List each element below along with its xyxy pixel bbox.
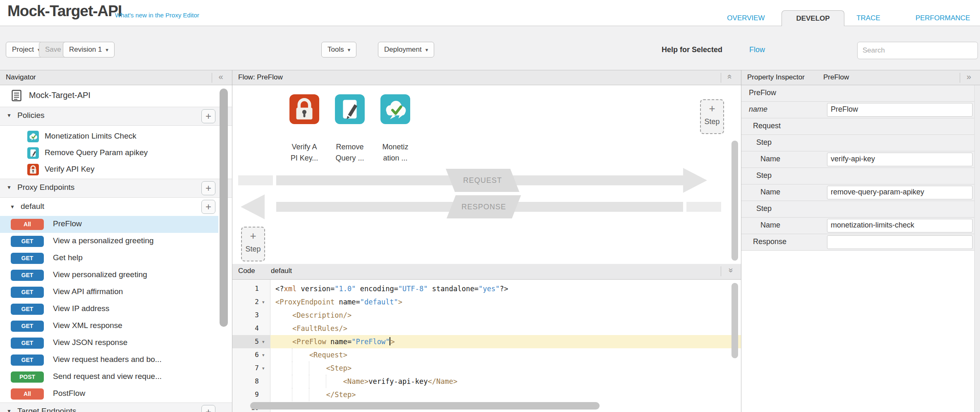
flow-row[interactable]: GETView XML response: [0, 318, 218, 335]
flow-policy-label-line: Remove: [328, 141, 371, 153]
navigator-scrollbar[interactable]: [220, 89, 228, 327]
collapse-up-icon[interactable]: «: [725, 71, 735, 83]
revision-button[interactable]: Revision 1 ▾: [63, 42, 115, 57]
navigator-panel: Navigator « Mock-Target-API ▼ Policies +…: [0, 70, 232, 412]
fold-arrow-icon[interactable]: ▾: [262, 348, 268, 362]
save-button-label: Save: [45, 46, 61, 54]
request-arrowhead-icon: [683, 168, 707, 193]
add-proxy-endpoint-button[interactable]: +: [201, 181, 215, 195]
policy-item[interactable]: Remove Query Param apikey: [0, 145, 218, 161]
code-panel-title: Code: [238, 267, 255, 275]
flow-row[interactable]: GETView personalized greeting: [0, 267, 218, 284]
flow-row[interactable]: POSTSend request and view reque...: [0, 369, 218, 386]
tab-bar: OVERVIEWDEVELOPTRACEPERFORMANCE: [0, 10, 980, 26]
line-number: 5: [232, 335, 259, 348]
inspector-row: Nameremove-query-param-apikey: [741, 184, 974, 201]
add-target-endpoint-button[interactable]: +: [201, 405, 215, 412]
endpoint-default-label: default: [21, 202, 44, 211]
inspector-scrollbar-track[interactable]: [974, 85, 980, 412]
api-proxy-root-item[interactable]: Mock-Target-API: [0, 85, 232, 107]
target-endpoints-section-header[interactable]: ▼ Target Endpoints +: [0, 402, 232, 412]
property-label: Response: [753, 237, 786, 246]
caret-down-icon: ▾: [348, 47, 351, 53]
method-badge: GET: [11, 270, 44, 281]
flow-row[interactable]: GETView IP address: [0, 301, 218, 318]
deployment-button-label: Deployment: [384, 46, 422, 54]
code-vertical-scrollbar[interactable]: [731, 283, 738, 358]
property-inspector-title: Property Inspector: [747, 73, 805, 81]
property-value[interactable]: PreFlow: [827, 103, 973, 117]
flow-panel-scrollbar[interactable]: [731, 141, 738, 261]
navigator-header: Navigator «: [0, 70, 232, 85]
pencil-icon: [27, 147, 39, 159]
property-value[interactable]: verify-api-key: [827, 153, 973, 166]
policy-item-label: Remove Query Param apikey: [45, 148, 148, 157]
flow-row[interactable]: AllPostFlow: [0, 386, 218, 402]
code-horizontal-scrollbar[interactable]: [250, 402, 600, 410]
property-label: Name: [760, 188, 780, 196]
inspector-row: Request: [741, 118, 974, 135]
flow-row-label: View IP address: [53, 304, 110, 313]
inspector-row: Step: [741, 135, 974, 151]
cloud-check-icon: [27, 131, 39, 142]
property-value[interactable]: monetization-limits-check: [827, 219, 973, 232]
collapse-left-icon[interactable]: «: [215, 72, 227, 81]
flow-row[interactable]: GETGet help: [0, 250, 218, 267]
flow-policy-label-line: PI Key...: [283, 153, 326, 164]
flow-row[interactable]: GETView JSON response: [0, 335, 218, 352]
flow-policy-pencil-icon[interactable]: [335, 94, 365, 124]
fold-arrow-icon[interactable]: ▾: [262, 362, 268, 375]
expand-right-icon[interactable]: »: [963, 72, 975, 81]
method-badge: GET: [11, 338, 44, 349]
add-flow-button[interactable]: +: [201, 200, 215, 214]
property-label: Step: [756, 138, 772, 147]
fold-arrow-icon[interactable]: ▾: [262, 335, 268, 348]
add-step-button[interactable]: + Step: [700, 99, 724, 134]
property-label: name: [749, 105, 767, 114]
tab-performance[interactable]: PERFORMANCE: [906, 10, 980, 26]
code-line: <Step>: [275, 362, 351, 375]
policies-section-header[interactable]: ▼ Policies +: [0, 107, 232, 126]
property-label: Step: [756, 171, 772, 180]
policy-item[interactable]: Verify API Key: [0, 161, 218, 178]
target-endpoints-section-label: Target Endpoints: [17, 407, 76, 412]
inspector-row: Nameverify-api-key: [741, 151, 974, 168]
flow-row[interactable]: GETView a personalized greeting: [0, 233, 218, 250]
proxy-endpoints-section-header[interactable]: ▼ Proxy Endpoints +: [0, 179, 232, 198]
add-step-button[interactable]: + Step: [241, 227, 265, 261]
tab-overview[interactable]: OVERVIEW: [720, 10, 772, 26]
triangle-down-icon: ▼: [7, 113, 12, 118]
tab-trace[interactable]: TRACE: [849, 10, 888, 26]
flow-row-label: View personalized greeting: [53, 270, 147, 279]
code-panel-subtitle: default: [271, 267, 292, 275]
header-separator: [721, 266, 721, 276]
method-badge: GET: [11, 287, 44, 298]
add-policy-button[interactable]: +: [201, 109, 215, 123]
flow-panel: Flow: PreFlow « + Step REQUEST RESPONSE …: [232, 70, 741, 264]
flow-row[interactable]: GETView API affirmation: [0, 284, 218, 301]
method-badge: GET: [11, 355, 44, 366]
property-value[interactable]: remove-query-param-apikey: [827, 186, 973, 199]
property-value[interactable]: [827, 235, 973, 249]
tab-develop[interactable]: DEVELOP: [782, 10, 844, 26]
inspector-row: namePreFlow: [741, 102, 974, 118]
flow-row-label: View JSON response: [53, 338, 127, 347]
flow-policy-cloud-check-icon[interactable]: [380, 94, 410, 124]
flow-row[interactable]: GETView request headers and bo...: [0, 352, 218, 369]
policy-item[interactable]: Monetization Limits Check: [0, 128, 218, 145]
fold-arrow-icon[interactable]: ▾: [262, 295, 268, 309]
help-flow-link[interactable]: Flow: [749, 46, 765, 54]
deployment-button[interactable]: Deployment ▾: [378, 42, 434, 57]
code-line: </Step>: [275, 388, 356, 401]
flow-policy-lock-icon[interactable]: [289, 94, 319, 124]
flow-row[interactable]: AllPreFlow: [0, 216, 218, 233]
collapse-down-icon[interactable]: «: [725, 264, 735, 277]
endpoint-default-item[interactable]: ▼ default +: [0, 199, 232, 216]
header-separator: [960, 73, 960, 83]
header-separator: [721, 73, 721, 83]
code-line: <FaultRules/>: [275, 322, 347, 335]
plus-icon: +: [242, 230, 264, 242]
flow-panel-title: Flow: PreFlow: [238, 73, 283, 81]
search-input[interactable]: [857, 42, 978, 59]
tools-button[interactable]: Tools ▾: [321, 42, 356, 57]
